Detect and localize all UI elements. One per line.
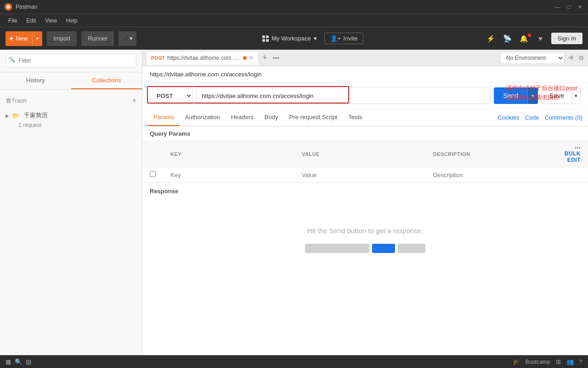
invite-icon: 👤+	[330, 35, 341, 42]
menu-view[interactable]: View	[41, 16, 61, 25]
tab-params[interactable]: Params	[148, 109, 180, 126]
maximize-button[interactable]: □	[565, 3, 572, 11]
trash-icon: 🗑	[6, 97, 11, 104]
bar-3	[398, 244, 425, 253]
request-builder: POST GET PUT DELETE 请求方式对于后台接口post 后面跟的是…	[142, 83, 588, 109]
toolbar: + New ▾ Import Runner ⬛▾ My Workspace ▾ …	[0, 27, 588, 50]
tab-pre-request[interactable]: Pre-request Script	[283, 109, 343, 126]
menu-help[interactable]: Help	[62, 16, 81, 25]
actions-cell	[557, 167, 588, 183]
tab-authorization[interactable]: Authorization	[180, 109, 226, 126]
tab-unsaved-dot	[243, 56, 247, 60]
invite-button[interactable]: 👤+ Invite	[324, 33, 364, 44]
new-button-main[interactable]: + New	[6, 34, 32, 43]
description-cell[interactable]	[426, 167, 557, 183]
comments-link[interactable]: Comments (0)	[545, 114, 582, 121]
grid-status-icon[interactable]: ⊞	[556, 358, 561, 365]
row-checkbox[interactable]	[150, 171, 156, 177]
eye-icon[interactable]: 👁	[568, 54, 575, 62]
notification-icon[interactable]: 🔔	[518, 34, 530, 43]
workspace-label: My Workspace	[271, 35, 311, 42]
trash-label: Trash	[11, 97, 27, 104]
collection-name: 千家简历	[24, 111, 48, 120]
tab-body[interactable]: Body	[259, 109, 284, 126]
bootcamp-label[interactable]: Bootcamp	[526, 359, 550, 365]
search-status-icon[interactable]: 🔍	[15, 358, 22, 365]
key-input[interactable]	[170, 172, 287, 178]
value-input[interactable]	[302, 172, 418, 178]
satellite-icon[interactable]: 📡	[502, 34, 514, 43]
new-label: New	[16, 35, 28, 42]
content-area: POST https://dvitae.allhome.com.cn/a ✕ +…	[142, 50, 588, 355]
more-tabs-button[interactable]: •••	[271, 54, 281, 62]
params-table: KEY VALUE DESCRIPTION ••• Bulk Edit	[142, 141, 588, 183]
runner-button[interactable]: Runner	[81, 31, 114, 46]
settings-icon[interactable]: ⚙	[578, 54, 584, 62]
workspace-button[interactable]: My Workspace ▾	[258, 33, 322, 44]
help-status-icon[interactable]: ?	[579, 358, 582, 365]
response-empty-state: Hit the Send button to get a response.	[142, 227, 588, 253]
sidebar-content: 🗑 Trash + ▶ 📁 千家简历 1 request	[0, 90, 142, 355]
value-cell[interactable]	[294, 167, 426, 183]
row-checkbox-cell	[142, 167, 163, 183]
main-layout: History Collections 🗑 Trash + ▶ 📁 千家简历 1…	[0, 50, 588, 355]
key-cell[interactable]	[163, 167, 294, 183]
new-button[interactable]: + New ▾	[6, 31, 42, 46]
filter-input[interactable]	[6, 54, 136, 67]
tab-method-badge: POST	[151, 55, 165, 61]
sign-in-button[interactable]: Sign In	[551, 33, 582, 44]
bootcamp-icon[interactable]: 🎓	[513, 358, 520, 365]
workspace-dropdown-icon: ▾	[314, 35, 317, 42]
request-tab-active[interactable]: POST https://dvitae.allhome.com.cn/a ✕	[146, 51, 259, 65]
request-tabs-container: POST https://dvitae.allhome.com.cn/a ✕ +…	[146, 51, 281, 65]
sidebar-search-area	[0, 50, 142, 72]
method-select[interactable]: POST GET PUT DELETE	[150, 87, 193, 104]
menu-edit[interactable]: Edit	[23, 16, 40, 25]
add-collection-icon[interactable]: +	[132, 96, 136, 104]
close-button[interactable]: ✕	[576, 3, 583, 11]
sidebar-status-icon[interactable]: ▤	[26, 358, 31, 365]
layout-toggle-icon[interactable]: ▦	[6, 358, 11, 365]
query-params-section: Query Params KEY VALUE DESCRIPTION ••• B…	[142, 126, 588, 183]
more-dots-icon[interactable]: •••	[575, 145, 581, 150]
tab-url-display: https://dvitae.allhome.com.cn/a	[167, 55, 241, 61]
lightning-icon[interactable]: ⚡	[485, 34, 497, 43]
tab-history[interactable]: History	[0, 72, 71, 89]
code-link[interactable]: Code	[525, 114, 539, 121]
request-section-tabs: Params Authorization Headers Body Pre-re…	[142, 109, 588, 126]
title-bar: Postman — □ ✕	[0, 0, 588, 14]
annotation-box: 请求方式对于后台接口post 后面跟的是请求路径	[502, 82, 581, 104]
toolbar-center: My Workspace ▾ 👤+ Invite	[141, 33, 481, 44]
collection-header[interactable]: ▶ 📁 千家简历	[6, 109, 136, 122]
cookies-link[interactable]: Cookies	[498, 114, 520, 121]
heart-icon[interactable]: ♥	[535, 34, 547, 42]
tab-collections[interactable]: Collections	[71, 72, 142, 89]
response-empty-bars	[305, 244, 425, 253]
top-bar: POST https://dvitae.allhome.com.cn/a ✕ +…	[142, 50, 588, 66]
actions-col-header: ••• Bulk Edit	[557, 141, 588, 167]
collection-request-count: 1 request	[6, 122, 136, 128]
tab-close-icon[interactable]: ✕	[249, 55, 254, 61]
capture-button[interactable]: ⬛▾	[119, 31, 136, 46]
menu-file[interactable]: File	[5, 16, 21, 25]
query-params-title: Query Params	[142, 126, 588, 141]
description-input[interactable]	[433, 172, 550, 178]
bar-1	[305, 244, 369, 253]
desc-col-header: DESCRIPTION	[426, 141, 557, 167]
new-dropdown-arrow[interactable]: ▾	[32, 31, 42, 46]
response-label: Response	[142, 183, 186, 199]
people-status-icon[interactable]: 👥	[566, 358, 574, 365]
url-input[interactable]	[197, 87, 490, 104]
check-col-header	[142, 141, 163, 167]
minimize-button[interactable]: —	[554, 3, 561, 11]
new-tab-button[interactable]: +	[260, 53, 269, 63]
tab-headers[interactable]: Headers	[226, 109, 259, 126]
bulk-edit-link[interactable]: Bulk Edit	[565, 150, 581, 163]
collection-group: ▶ 📁 千家简历 1 request	[0, 107, 142, 130]
plus-icon: +	[9, 34, 13, 43]
sidebar-item-trash[interactable]: 🗑 Trash +	[0, 93, 142, 107]
environment-select[interactable]: No Environment	[500, 52, 565, 64]
import-button[interactable]: Import	[47, 31, 77, 46]
params-table-header: KEY VALUE DESCRIPTION ••• Bulk Edit	[142, 141, 588, 167]
tab-tests[interactable]: Tests	[343, 109, 368, 126]
